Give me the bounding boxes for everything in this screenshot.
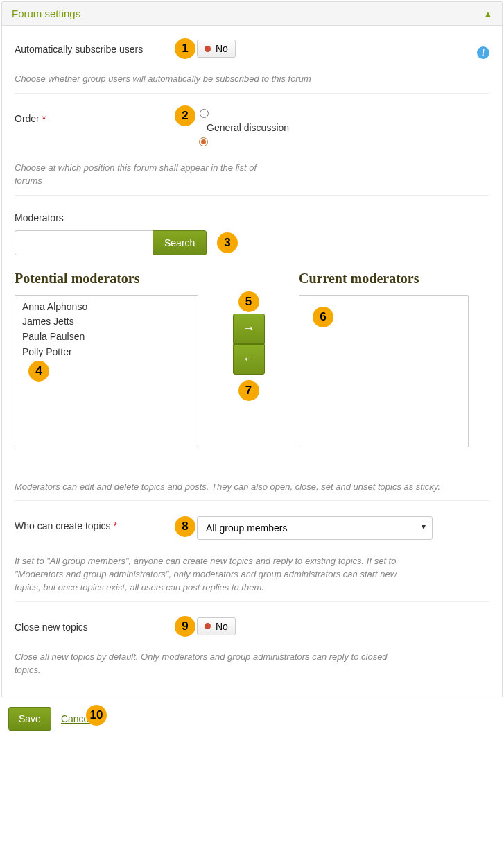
moderator-search-input[interactable] (15, 230, 153, 255)
close-topics-hint: Close all new topics by default. Only mo… (15, 651, 403, 677)
order-option-label: General discussion (207, 122, 289, 133)
subscribe-hint: Choose whether group users will automati… (15, 73, 458, 86)
subscribe-field: Automatically subscribe users 1 No i (15, 37, 489, 60)
moderators-section: Moderators Search 3 Potential moderators… (15, 208, 489, 494)
forum-settings-panel: Forum settings ▲ Automatically subscribe… (1, 1, 503, 697)
badge-7: 7 (238, 380, 259, 401)
close-topics-toggle-value: No (216, 621, 228, 632)
create-topics-hint: If set to "All group members", anyone ca… (15, 555, 403, 595)
current-moderators-title: Current moderators (299, 271, 469, 287)
arrow-right-icon: → (243, 321, 255, 336)
divider (15, 601, 489, 602)
close-topics-toggle[interactable]: No (197, 617, 236, 635)
toggle-off-icon (205, 46, 211, 52)
order-radio-selected[interactable] (199, 137, 208, 146)
badge-1: 1 (175, 38, 195, 59)
divider (15, 500, 489, 501)
list-item[interactable]: Polly Potter (22, 345, 191, 360)
subscribe-toggle-value: No (216, 43, 228, 54)
badge-3: 3 (217, 232, 238, 253)
close-topics-label: Close new topics (15, 617, 197, 633)
moderator-search-button[interactable]: Search (153, 230, 207, 255)
potential-moderators-col: Potential moderators Anna Alphonso James… (15, 271, 198, 447)
create-topics-control: 8 All group members (197, 516, 489, 540)
remove-moderator-button[interactable]: ← (233, 344, 265, 375)
arrow-left-icon: ← (243, 352, 255, 366)
moderator-lists: Potential moderators Anna Alphonso James… (15, 271, 489, 447)
create-topics-select[interactable]: All group members (197, 516, 433, 540)
form-footer: Save Cancel 10 (1, 697, 503, 736)
list-item[interactable]: Anna Alphonso (22, 300, 191, 315)
save-button[interactable]: Save (8, 707, 51, 731)
badge-5: 5 (238, 291, 259, 312)
add-moderator-button[interactable]: → (233, 314, 265, 344)
create-topics-field: Who can create topics * 8 All group memb… (15, 513, 489, 543)
list-item[interactable]: Paula Paulsen (22, 330, 191, 345)
info-icon[interactable]: i (477, 46, 489, 59)
panel-title: Forum settings (12, 8, 80, 19)
moderators-hint: Moderators can edit and delete topics an… (15, 481, 458, 494)
list-item[interactable]: James Jetts (22, 314, 191, 330)
create-topics-label: Who can create topics * (15, 516, 197, 531)
panel-body: Automatically subscribe users 1 No i Cho… (2, 26, 502, 697)
order-label: Order * (15, 109, 197, 124)
badge-2: 2 (175, 105, 195, 126)
panel-header[interactable]: Forum settings ▲ (2, 2, 502, 26)
moderator-search-row: Search 3 (15, 230, 489, 255)
order-radio-before[interactable] (200, 109, 209, 118)
create-topics-select-wrap: All group members (197, 516, 433, 540)
order-control: 2 General discussion (197, 109, 489, 146)
subscribe-label: Automatically subscribe users (15, 40, 197, 55)
order-field: Order * 2 General discussion (15, 106, 489, 149)
subscribe-toggle[interactable]: No (197, 40, 236, 58)
moderators-label: Moderators (15, 208, 489, 223)
moderator-transfer-buttons: 5 → ← 7 (198, 271, 299, 447)
divider (15, 195, 489, 196)
required-marker: * (42, 113, 46, 124)
order-hint: Choose at which position this forum shal… (15, 162, 264, 188)
badge-10: 10 (86, 705, 107, 726)
badge-8: 8 (175, 516, 195, 537)
potential-moderators-title: Potential moderators (15, 271, 198, 287)
close-topics-field: Close new topics 9 No (15, 615, 489, 638)
required-marker: * (113, 520, 116, 531)
close-topics-control: 9 No (197, 617, 489, 635)
badge-6: 6 (313, 307, 333, 327)
subscribe-control: 1 No i (197, 40, 489, 58)
divider (15, 93, 489, 94)
chevron-up-icon[interactable]: ▲ (484, 9, 492, 19)
badge-4: 4 (28, 361, 49, 382)
toggle-off-icon (205, 623, 211, 629)
badge-9: 9 (175, 616, 195, 637)
current-moderators-col: Current moderators 6 (299, 271, 469, 447)
